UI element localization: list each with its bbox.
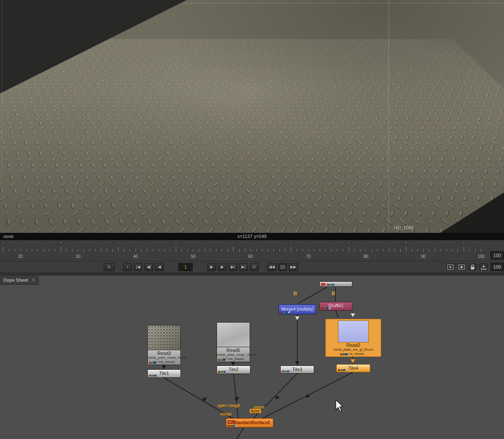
channel-indicators <box>340 354 350 355</box>
ruler-label: 50 <box>185 254 202 259</box>
playback-range-field[interactable]: 100 <box>490 263 504 271</box>
input-label-norm: norm <box>254 405 265 410</box>
pipe-input-label-b: B <box>332 291 335 297</box>
current-frame-field[interactable]: 1 <box>178 263 193 271</box>
node-connections <box>0 275 504 439</box>
ruler-label: 20 <box>12 254 29 259</box>
in-marker-button[interactable]: I <box>123 263 132 271</box>
pipe-input-label-b: B <box>293 291 297 297</box>
channel-indicators <box>149 362 159 364</box>
next-keyframe-button[interactable]: ▶| <box>228 263 237 271</box>
read3-thumbnail <box>148 326 180 350</box>
input-label-spec-rough: spec rough <box>217 403 240 408</box>
node-label: Merge4 [multiply] <box>281 307 313 312</box>
node-standardsurface2[interactable]: MTL StandardSurface2 <box>226 418 273 428</box>
channel-indicators <box>338 369 348 371</box>
flipbook-icon[interactable] <box>446 263 455 270</box>
format-guide-top <box>183 3 504 3</box>
transport-bar: ↻ I |◀ ◀| ◀ 1 ▶ ▶ ▶| ▶| O ◀◀ 10 ▶▶ <box>0 261 504 272</box>
stop-button[interactable]: O <box>250 263 259 271</box>
frame-range-end-field[interactable]: 100 <box>490 251 504 260</box>
ruler-label: 60 <box>242 254 259 259</box>
ruler-label: 90 <box>415 254 432 259</box>
node-read3[interactable]: Read3 metal_plate_metal_2k.exr (scene_li… <box>147 325 181 365</box>
node-shuffle1[interactable]: Shuffle1 <box>319 302 352 311</box>
clipped-node[interactable] <box>319 281 352 287</box>
go-to-end-button[interactable]: ▶| <box>239 263 248 271</box>
channel-indicators <box>282 371 292 372</box>
play-forward-button[interactable]: ▶ <box>207 263 216 271</box>
node-label: Read2 <box>326 343 381 348</box>
nuke-window: HD_1080 none x=1137 y=249 20 30 40 50 60… <box>0 0 504 439</box>
timeline-ruler[interactable]: 20 30 40 50 60 70 80 90 100 100 <box>0 240 504 261</box>
node-filename: metal_plate_nor_gl_2k.exr <box>326 348 381 352</box>
node-tile2[interactable]: Tile2 <box>217 365 251 374</box>
format-label: HD_1080 <box>394 225 414 230</box>
ruler-label: 100 <box>473 254 490 259</box>
ruler-dot-ticks <box>3 242 484 243</box>
cursor-coordinates: x=1137 y=249 <box>0 234 504 239</box>
node-read2-selected[interactable]: Read2 metal_plate_nor_gl_2k.exr (scene_l… <box>325 319 381 357</box>
close-icon[interactable]: × <box>32 277 35 283</box>
node-label: Tile4 <box>348 365 358 371</box>
channel-indicators <box>149 375 159 377</box>
ruler-label: 70 <box>300 254 317 259</box>
node-graph-canvas[interactable]: Dope Sheet × <box>0 275 504 439</box>
channel-indicators <box>327 284 337 286</box>
tab-dope-sheet[interactable]: Dope Sheet × <box>0 275 39 285</box>
channel-indicators <box>218 371 228 373</box>
prev-keyframe-button[interactable]: ◀| <box>144 263 153 271</box>
snapshot-icon[interactable] <box>479 263 488 270</box>
node-label: Read3 <box>148 351 180 356</box>
node-filename: metal_plate_metal_2k.exr <box>148 356 180 360</box>
channel-indicators <box>218 359 228 361</box>
node-label: Tile3 <box>292 367 302 372</box>
tab-label: Dope Sheet <box>3 278 28 283</box>
mouse-cursor <box>335 399 345 413</box>
channel-indicators <box>228 425 237 427</box>
node-tile3[interactable]: Tile3 <box>280 365 314 374</box>
go-to-start-button[interactable]: |◀ <box>134 263 143 271</box>
node-label: Tile1 <box>159 371 169 376</box>
lock-icon[interactable] <box>468 263 477 270</box>
node-filename: metal_plate_rough_2k.exr <box>217 353 250 357</box>
read2-thumbnail <box>338 320 369 343</box>
panel-divider[interactable] <box>0 272 504 275</box>
node-merge4[interactable]: Merge4 [multiply] <box>279 304 316 314</box>
frame-increment-button[interactable]: ▶▶ <box>289 263 298 271</box>
node-label: StandardSurface2 <box>234 420 270 425</box>
ruler-label: 80 <box>358 254 374 259</box>
node-tile1[interactable]: Tile1 <box>147 369 181 378</box>
ruler-minor-ticks <box>3 249 484 252</box>
viewer-status-bar: none x=1137 y=249 <box>0 233 504 240</box>
node-colorspace: (scene_linear) <box>326 352 381 356</box>
diamond-plate-ground <box>0 39 504 233</box>
channel-indicators <box>321 308 331 309</box>
node-read5[interactable]: Read5 metal_plate_rough_2k.exr (scene_li… <box>217 322 250 362</box>
read5-thumbnail <box>217 323 250 347</box>
input-label-metal: metal <box>220 412 231 416</box>
format-guide-left <box>2 0 2 233</box>
ruler-label: 40 <box>127 254 144 259</box>
next-frame-button[interactable]: ▶ <box>218 263 227 271</box>
node-label: Tile2 <box>228 367 238 372</box>
ruler-label: 30 <box>70 254 87 259</box>
frame-increment-field[interactable]: 10 <box>278 263 287 271</box>
viewer-canvas[interactable]: HD_1080 <box>0 0 504 233</box>
display-icon[interactable] <box>457 263 466 270</box>
node-label: Read5 <box>217 348 250 353</box>
format-guide-right <box>389 0 389 229</box>
loop-mode-icon[interactable]: ↻ <box>104 263 115 271</box>
play-backward-button[interactable]: ◀ <box>155 263 164 271</box>
node-tile4-selected[interactable]: Tile4 <box>336 364 370 372</box>
channel-indicators <box>280 312 290 313</box>
node-color-swatch <box>321 283 325 286</box>
frame-decrement-button[interactable]: ◀◀ <box>267 263 276 271</box>
material-badge: MTL <box>228 420 234 424</box>
